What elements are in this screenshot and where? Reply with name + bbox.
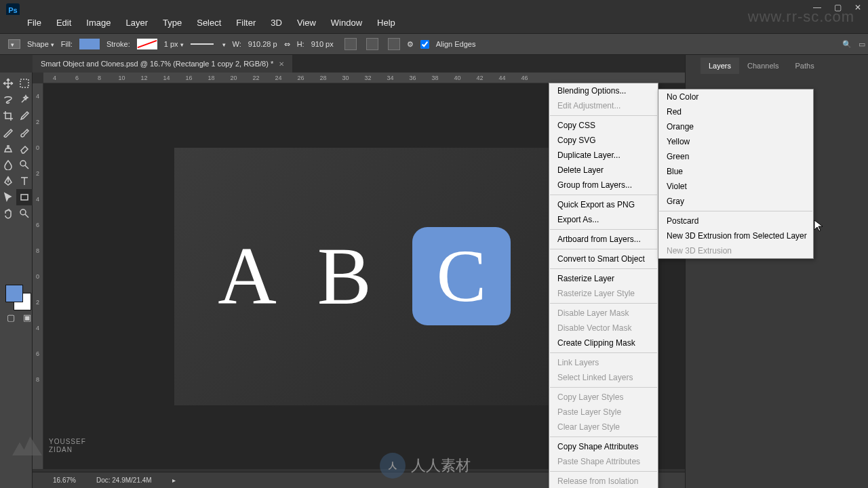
menu-file[interactable]: File: [27, 18, 41, 28]
stroke-options-dropdown[interactable]: [220, 40, 226, 48]
path-operations-icon[interactable]: [344, 38, 357, 50]
status-arrow-icon[interactable]: ▸: [172, 476, 176, 484]
type-tool[interactable]: [16, 173, 33, 189]
fill-swatch[interactable]: [79, 39, 100, 49]
mi-artboard-from-layers[interactable]: Artboard from Layers...: [549, 232, 658, 247]
sm-postcard[interactable]: Postcard: [658, 214, 813, 228]
sm-gray[interactable]: Gray: [658, 194, 813, 209]
search-icon[interactable]: 🔍: [842, 40, 852, 49]
mi-select-linked-layers: Select Linked Layers: [549, 370, 658, 385]
mi-copy-svg[interactable]: Copy SVG: [549, 133, 658, 148]
path-selection-tool[interactable]: [0, 189, 16, 205]
clone-stamp-tool[interactable]: [0, 140, 16, 157]
menu-view[interactable]: View: [297, 18, 316, 28]
menu-select[interactable]: Select: [197, 18, 221, 28]
link-wh-icon[interactable]: ⇔: [284, 40, 290, 49]
mi-duplicate-layer[interactable]: Duplicate Layer...: [549, 148, 658, 163]
shape-mode-dropdown[interactable]: Shape: [27, 40, 54, 48]
mi-copy-layer-styles: Copy Layer Styles: [549, 390, 658, 405]
blur-tool[interactable]: [0, 157, 16, 173]
fill-label: Fill:: [61, 40, 73, 48]
healing-brush-tool[interactable]: [0, 124, 16, 140]
author-logo-icon: [12, 436, 42, 455]
path-alignment-icon[interactable]: [366, 38, 378, 50]
mi-copy-css[interactable]: Copy CSS: [549, 118, 658, 133]
hand-tool[interactable]: [0, 205, 16, 222]
document-tab[interactable]: Smart Object and Clones.psd @ 16.7% (Rec…: [33, 55, 292, 73]
zoom-level[interactable]: 16.67%: [53, 476, 76, 484]
quick-mask-tool[interactable]: ▢: [3, 309, 19, 325]
sm-3d-extrusion-selected[interactable]: New 3D Extrusion from Selected Layer: [658, 228, 813, 243]
doc-info[interactable]: Doc: 24.9M/21.4M: [96, 476, 152, 484]
tool-preset-picker[interactable]: [8, 39, 20, 49]
stroke-swatch[interactable]: [137, 39, 157, 49]
zoom-tool[interactable]: [16, 205, 33, 222]
menu-3d[interactable]: 3D: [271, 18, 282, 28]
gear-icon[interactable]: ⚙: [407, 40, 414, 49]
sm-blue[interactable]: Blue: [658, 164, 813, 179]
menu-type[interactable]: Type: [163, 18, 182, 28]
mi-rasterize-layer[interactable]: Rasterize Layer: [549, 271, 658, 286]
close-tab-icon[interactable]: ✕: [279, 60, 284, 68]
magic-wand-tool[interactable]: [16, 92, 33, 108]
path-arrangement-icon[interactable]: [388, 38, 400, 50]
menu-layer[interactable]: Layer: [126, 18, 149, 28]
width-label: W:: [233, 40, 241, 48]
mi-edit-adjustment: Edit Adjustment...: [549, 98, 658, 113]
tool-palette: ▢ ▣: [0, 73, 33, 488]
sm-green[interactable]: Green: [658, 149, 813, 164]
menu-image[interactable]: Image: [86, 18, 111, 28]
author-watermark: YOUSSEF ZIDAN: [12, 436, 86, 455]
stroke-width-input[interactable]: 1 px: [164, 40, 184, 48]
workspace-icon[interactable]: ▭: [859, 40, 865, 49]
pen-tool[interactable]: [0, 173, 16, 189]
menu-edit[interactable]: Edit: [56, 18, 71, 28]
stroke-label: Stroke:: [106, 40, 130, 48]
menu-bar: File Edit Image Layer Type Select Filter…: [0, 15, 868, 30]
mi-delete-layer[interactable]: Delete Layer: [549, 163, 658, 178]
mi-paste-layer-style: Paste Layer Style: [549, 405, 658, 420]
tab-channels[interactable]: Channels: [739, 58, 787, 74]
mi-blending-options[interactable]: Blending Options...: [549, 83, 658, 98]
align-edges-checkbox[interactable]: [420, 40, 429, 49]
sm-yellow[interactable]: Yellow: [658, 134, 813, 149]
color-swatches[interactable]: [3, 285, 30, 312]
mi-convert-smart-object[interactable]: Convert to Smart Object: [549, 251, 658, 266]
stroke-style-picker[interactable]: [191, 43, 214, 45]
author-firstname: YOUSSEF: [49, 438, 86, 446]
eyedropper-tool[interactable]: [16, 108, 33, 124]
foreground-color[interactable]: [5, 285, 23, 302]
mi-export-as[interactable]: Export As...: [549, 212, 658, 227]
height-input[interactable]: 910 px: [311, 40, 334, 48]
cursor-pointer-icon: [814, 220, 823, 232]
mi-create-clipping-mask[interactable]: Create Clipping Mask: [549, 336, 658, 350]
mi-copy-shape-attr[interactable]: Copy Shape Attributes: [549, 439, 658, 454]
mi-quick-export[interactable]: Quick Export as PNG: [549, 197, 658, 212]
artboard: A B C: [174, 148, 554, 405]
sm-red[interactable]: Red: [658, 104, 813, 119]
tab-paths[interactable]: Paths: [787, 58, 823, 74]
mi-group-from-layers[interactable]: Group from Layers...: [549, 178, 658, 192]
horizontal-ruler: 4681012141618202224262830323436384042444…: [43, 73, 685, 83]
sm-violet[interactable]: Violet: [658, 179, 813, 194]
lasso-tool[interactable]: [0, 92, 16, 108]
sm-no-color[interactable]: No Color: [658, 89, 813, 104]
rectangle-tool[interactable]: [16, 189, 33, 205]
menu-filter[interactable]: Filter: [236, 18, 256, 28]
move-tool[interactable]: [0, 75, 16, 92]
menu-window[interactable]: Window: [331, 18, 362, 28]
dodge-tool[interactable]: [16, 157, 33, 173]
eraser-tool[interactable]: [16, 140, 33, 157]
marquee-tool[interactable]: [16, 75, 33, 92]
mi-disable-vector-mask: Disable Vector Mask: [549, 321, 658, 336]
tab-layers[interactable]: Layers: [701, 58, 739, 74]
sm-orange[interactable]: Orange: [658, 119, 813, 134]
url-watermark: www.rr-sc.com: [748, 8, 854, 26]
watermark-logo-icon: 人: [380, 453, 406, 479]
mi-paste-shape-attr: Paste Shape Attributes: [549, 454, 658, 469]
sm-3d-extrusion: New 3D Extrusion: [658, 243, 813, 258]
width-input[interactable]: 910.28 p: [248, 40, 277, 48]
brush-tool[interactable]: [16, 124, 33, 140]
menu-help[interactable]: Help: [377, 18, 395, 28]
crop-tool[interactable]: [0, 108, 16, 124]
